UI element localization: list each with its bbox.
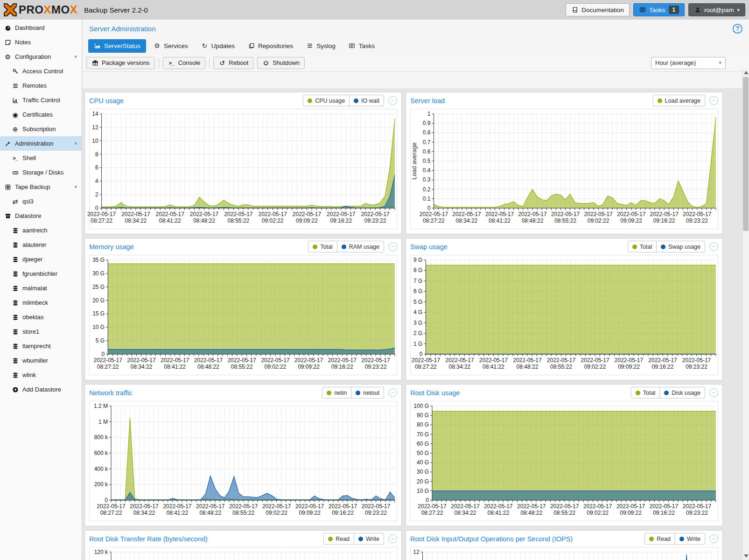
collapse-panel-icon[interactable]: − xyxy=(709,388,718,397)
svg-text:50 G: 50 G xyxy=(417,450,429,456)
vertical-scrollbar[interactable] xyxy=(742,69,749,560)
legend-toggle-netout[interactable]: netout xyxy=(351,387,384,399)
tab-syslog[interactable]: Syslog xyxy=(301,39,341,53)
timeframe-select[interactable]: Hour (average) ▾ xyxy=(651,57,726,69)
scroll-down-button[interactable] xyxy=(744,554,749,558)
svg-text:5 G: 5 G xyxy=(413,299,422,305)
sidebar-item-fgruenbichler[interactable]: fgruenbichler xyxy=(0,266,82,281)
svg-text:80 G: 80 G xyxy=(417,421,429,428)
tab-bar: ServerStatus⚙Services↻UpdatesRepositorie… xyxy=(83,37,749,54)
legend-toggle-swap-usage[interactable]: Swap usage xyxy=(656,241,705,252)
legend-toggle-write[interactable]: Write xyxy=(675,533,705,545)
collapse-panel-icon[interactable]: − xyxy=(709,534,718,543)
legend-toggle-total[interactable]: Total xyxy=(308,241,337,252)
sidebar-item-add-datastore[interactable]: Add Datastore xyxy=(0,382,82,397)
tab-serverstatus[interactable]: ServerStatus xyxy=(88,39,146,53)
collapse-panel-icon[interactable]: − xyxy=(388,534,397,543)
collapse-panel-icon[interactable]: − xyxy=(709,242,718,251)
legend-toggle-total[interactable]: Total xyxy=(628,241,657,252)
sidebar-item-datastore[interactable]: Datastore xyxy=(0,209,82,223)
sidebar-item-alauterer[interactable]: alauterer xyxy=(0,238,82,252)
sidebar-item-shell[interactable]: >_Shell xyxy=(0,151,82,165)
reboot-button[interactable]: ↺Reboot xyxy=(213,57,253,69)
collapse-panel-icon[interactable]: − xyxy=(388,96,397,105)
tab-services[interactable]: ⚙Services xyxy=(148,39,194,53)
sidebar-item-tape-backup[interactable]: Tape Backup▾ xyxy=(0,180,82,194)
sidebar-item-obektas[interactable]: obektas xyxy=(0,310,82,324)
legend-toggle-write[interactable]: Write xyxy=(354,533,384,545)
tab-repositories[interactable]: Repositories xyxy=(242,39,299,53)
sidebar-item-label: Storage / Disks xyxy=(22,169,63,176)
sidebar-item-mlimbeck[interactable]: mlimbeck xyxy=(0,295,82,310)
sidebar-item-tlamprecht[interactable]: tlamprecht xyxy=(0,339,82,353)
svg-text:08:55:22: 08:55:22 xyxy=(231,364,253,370)
legend-dot-icon xyxy=(649,537,654,541)
sidebar-item-access-control[interactable]: Access Control xyxy=(0,64,82,78)
svg-text:3 G: 3 G xyxy=(413,320,422,326)
panel-title: Root Disk Input/Output Operations per Se… xyxy=(410,535,573,543)
help-button[interactable]: ? xyxy=(733,24,742,34)
legend-toggle-read[interactable]: Read xyxy=(644,533,675,545)
tab-updates[interactable]: ↻Updates xyxy=(196,39,240,53)
caret-down-icon[interactable]: ▾ xyxy=(74,184,77,190)
sidebar-item-wlink[interactable]: wlink xyxy=(0,368,82,382)
svg-text:2022-05-17: 2022-05-17 xyxy=(163,503,192,510)
scroll-up-button[interactable] xyxy=(744,71,749,74)
scrollbar-thumb[interactable] xyxy=(743,77,749,231)
tasks-button[interactable]: Tasks 1 xyxy=(633,3,685,16)
sidebar-item-dashboard[interactable]: Dashboard xyxy=(0,21,82,35)
package-versions-button[interactable]: Package versions xyxy=(86,57,155,69)
sidebar-item-traffic-control[interactable]: Traffic Control xyxy=(0,93,82,107)
sidebar-item-notes[interactable]: Notes xyxy=(0,35,82,49)
legend-toggle-disk-usage[interactable]: Disk usage xyxy=(659,387,705,399)
user-menu-button[interactable]: root@pam ▾ xyxy=(688,3,745,16)
tab-label: Syslog xyxy=(316,42,336,49)
svg-text:2022-05-17: 2022-05-17 xyxy=(87,211,116,217)
collapse-panel-icon[interactable]: − xyxy=(388,388,397,397)
sidebar-item-certificates[interactable]: ◉Certificates xyxy=(0,107,82,122)
sidebar-item-qsl3[interactable]: ⇄qsl3 xyxy=(0,194,82,209)
documentation-button[interactable]: Documentation xyxy=(566,3,630,16)
legend-toggle-io-wait[interactable]: IO wait xyxy=(349,95,384,106)
database-icon xyxy=(12,299,19,306)
legend-toggle-cpu-usage[interactable]: CPU usage xyxy=(303,95,350,106)
svg-text:09:09:22: 09:09:22 xyxy=(296,217,318,224)
sidebar-item-remotes[interactable]: Remotes xyxy=(0,78,82,93)
legend-dot-icon xyxy=(632,245,637,249)
svg-text:08:55:22: 08:55:22 xyxy=(227,217,249,224)
caret-down-icon[interactable]: ▾ xyxy=(74,140,77,147)
svg-text:2022-05-17: 2022-05-17 xyxy=(650,211,679,217)
sidebar-item-aantreich[interactable]: aantreich xyxy=(0,223,82,238)
sidebar-item-store1[interactable]: store1 xyxy=(0,324,82,339)
legend-toggle-total[interactable]: Total xyxy=(631,387,660,399)
sidebar-item-subscription[interactable]: ⊕Subscription xyxy=(0,122,82,136)
sidebar-item-djaeger[interactable]: djaeger xyxy=(0,252,82,266)
svg-text:4 G: 4 G xyxy=(413,309,422,315)
collapse-panel-icon[interactable]: − xyxy=(709,96,718,105)
sidebar-item-storage-disks[interactable]: Storage / Disks xyxy=(0,165,82,180)
shutdown-button[interactable]: Shutdown xyxy=(257,57,305,69)
sidebar-item-label: mlimbeck xyxy=(22,299,48,306)
svg-text:0.5: 0.5 xyxy=(423,158,431,164)
svg-text:08:34:22: 08:34:22 xyxy=(133,510,155,516)
console-button[interactable]: >_Console xyxy=(163,57,206,69)
svg-text:08:41:22: 08:41:22 xyxy=(159,217,181,224)
svg-text:30 G: 30 G xyxy=(417,469,429,475)
svg-text:60 G: 60 G xyxy=(417,441,429,447)
legend-toggle-read[interactable]: Read xyxy=(323,533,354,545)
collapse-panel-icon[interactable]: − xyxy=(388,242,397,251)
svg-text:100 G: 100 G xyxy=(413,403,429,409)
sidebar-item-administration[interactable]: Administration▾ xyxy=(0,136,82,151)
legend-toggle-ram-usage[interactable]: RAM usage xyxy=(337,241,384,252)
sidebar-item-malmalat[interactable]: malmalat xyxy=(0,281,82,295)
caret-down-icon[interactable]: ▾ xyxy=(74,54,77,60)
legend-toggle-load-average[interactable]: Load average xyxy=(653,95,705,106)
legend-toggle-netin[interactable]: netin xyxy=(322,387,351,399)
tab-tasks[interactable]: Tasks xyxy=(343,39,381,53)
tab-label: Repositories xyxy=(258,42,293,49)
svg-text:08:48:22: 08:48:22 xyxy=(517,364,539,370)
sidebar-item-wbumiller[interactable]: wbumiller xyxy=(0,353,82,368)
svg-text:09:09:22: 09:09:22 xyxy=(620,217,642,224)
sidebar-item-configuration[interactable]: ⚙Configuration▾ xyxy=(0,49,82,64)
svg-text:200 k: 200 k xyxy=(94,481,108,488)
